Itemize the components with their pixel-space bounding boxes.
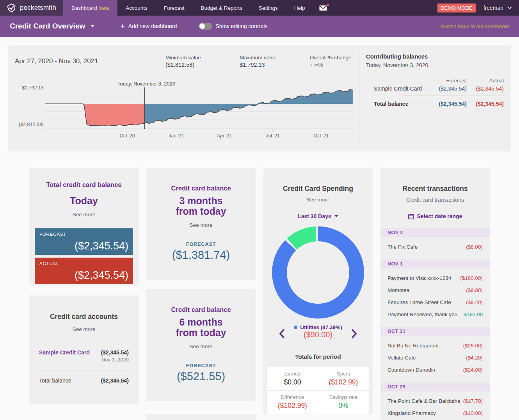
transaction-row[interactable]: Nol Bu Ne Restaurant ($26.00) (380, 340, 490, 352)
transaction-row[interactable]: Velluto Cafe ($4.20) (380, 352, 490, 364)
balance-overview-panel: Apr 27, 2020 - Nov 30, 2021 Minimum valu… (8, 45, 511, 151)
period-dropdown[interactable]: Last 30 Days (298, 213, 338, 219)
contributing-title: Contributing balances (366, 53, 428, 60)
dashboard-toolbar: Credit Card Overview + Add new dashboard… (0, 16, 519, 37)
difference-cell: Difference ($102.99) (267, 391, 318, 414)
transaction-row[interactable]: Payment Received, thank you $160.00 (380, 308, 490, 320)
forecast-box: FORECAST ($2,345.54) (35, 228, 133, 255)
inbox-button[interactable] (313, 0, 333, 16)
dashboard-title-dropdown[interactable]: Credit Card Overview (10, 22, 94, 30)
see-more-link[interactable]: See more (29, 212, 139, 217)
nav-tab-settings[interactable]: Settings (251, 0, 286, 16)
card-period: Today (29, 196, 139, 206)
nav-tab-budget-reports[interactable]: Budget & Reports (192, 0, 251, 16)
balance-chart (45, 87, 353, 132)
card-title: Total credit card balance (29, 181, 139, 189)
totals-title: Totals for period (263, 353, 373, 360)
transaction-row[interactable]: Kingsland Pharmacy ($10.00) (380, 407, 490, 419)
transaction-date-header: NOV 1 (380, 260, 490, 269)
account-balance: ($2,345.54) (101, 349, 129, 356)
transaction-row[interactable]: The Fix Cafe ($8.00) (380, 241, 490, 253)
card-recent-transactions: Recent transactions Credit card transact… (380, 168, 490, 420)
account-balance-date: Nov 3, 2020 (29, 357, 139, 363)
x-tick-label: Oct '21 (309, 133, 333, 139)
toggle-switch-off[interactable] (199, 23, 212, 30)
forecast-label: FORECAST (146, 241, 256, 247)
transaction-row[interactable]: Countdown Dunedin ($24.00) (380, 364, 490, 376)
chevron-right-icon (351, 329, 357, 339)
x-tick-label: Apr '21 (212, 133, 236, 139)
next-category-button[interactable] (351, 329, 357, 340)
see-more-link[interactable]: See more (146, 343, 256, 349)
transaction-date-header: OCT 31 (380, 327, 490, 336)
spending-donut-chart (272, 226, 364, 319)
page-title: Credit Card Overview (10, 22, 85, 30)
forecast-label: FORECAST (146, 363, 256, 368)
transaction-date-header: OCT 29 (380, 383, 490, 392)
card-partially-visible (146, 414, 256, 420)
card-title: Credit Card Spending (263, 185, 373, 193)
editing-controls-toggle[interactable]: Show editing controls (199, 23, 267, 30)
pocketsmith-logo[interactable]: pocketsmith (0, 0, 63, 16)
brand-name: pocketsmith (20, 4, 56, 12)
card-period: 6 months from today (146, 317, 256, 338)
forecast-amount: ($2,345.54) (75, 240, 128, 252)
chevron-down-icon (507, 5, 512, 9)
spent-cell: Spent ($102.99) (318, 367, 369, 391)
x-tick-label: Oct '20 (115, 133, 139, 139)
see-more-link[interactable]: See more (29, 326, 139, 332)
y-axis-min-label: ($2,812.58) (11, 122, 44, 127)
caret-down-icon (334, 215, 338, 217)
transaction-row[interactable]: Momotea ($9.80) (380, 284, 490, 296)
see-more-link[interactable]: See more (263, 197, 373, 203)
stat-minimum-value: Minimum value ($2,812.58) (165, 55, 232, 68)
chart-date-range: Apr 27, 2020 - Nov 30, 2021 (15, 57, 98, 65)
y-axis-max-label: $1,792.13 (11, 85, 44, 91)
nav-tab-dashboard[interactable]: Dashboard beta (63, 0, 117, 16)
x-tick-label: Jul '21 (261, 133, 285, 139)
totals-for-period: Earned $0.00 Spent ($102.99) Difference … (267, 367, 369, 414)
transaction-group: NOV 2 The Fix Cafe ($8.00) (380, 228, 490, 253)
card-title: Recent transactions (380, 185, 490, 193)
switch-old-dashboard-link[interactable]: ← Switch back to old dashboard (434, 23, 510, 29)
total-actual-value: ($2,345.54) (461, 101, 504, 107)
demo-mode-badge: DEMO MODE (437, 4, 476, 12)
user-menu[interactable]: freeman (483, 5, 511, 11)
account-row: Sample Credit Card ($2,345.54) (29, 349, 139, 356)
forecast-amount: ($521.55) (146, 370, 256, 383)
card-credit-card-accounts: Credit card accounts See more Sample Cre… (29, 295, 139, 404)
today-marker-label: Today, November 3, 2020 (115, 81, 178, 87)
previous-category-button[interactable] (279, 329, 285, 340)
account-name: Sample Credit Card (374, 85, 422, 92)
total-balance-label: Total balance (374, 101, 408, 107)
account-link[interactable]: Sample Credit Card (39, 349, 90, 356)
transaction-row[interactable]: Payment to Visa xxxx-1234 ($160.00) (380, 272, 490, 284)
transaction-date-header: NOV 2 (380, 228, 490, 237)
card-total-balance-today: Total credit card balance Today See more… (29, 168, 139, 286)
notification-dot (326, 4, 329, 7)
transaction-row[interactable]: Esquires Lorne Street Cafe ($9.40) (380, 296, 490, 308)
pocketsmith-logo-icon (6, 2, 17, 13)
see-more-link[interactable]: See more (146, 222, 256, 228)
column-header-actual: Actual (461, 78, 504, 84)
chevron-left-icon (279, 329, 285, 339)
transaction-row[interactable]: The Point Cafe & Bar Balclutha ($17.70) (380, 395, 490, 407)
card-balance-3-months: Credit card balance 3 months from today … (146, 168, 256, 280)
nav-tab-accounts[interactable]: Accounts (117, 0, 156, 16)
account-actual-value: ($2,345.54) (461, 85, 504, 92)
contributing-subtitle: Today, November 3, 2020 (366, 62, 428, 68)
calendar-icon (408, 214, 414, 219)
transaction-group: OCT 31 Nol Bu Ne Restaurant ($26.00) Vel… (380, 327, 490, 376)
add-dashboard-button[interactable]: + Add new dashboard (121, 23, 177, 29)
plus-icon: + (121, 23, 125, 29)
select-date-range-button[interactable]: Select date range (408, 213, 462, 219)
total-forecast-value: ($2,345.54) (424, 101, 467, 107)
column-header-forecast: Forecast (424, 78, 467, 84)
legend-label: Utilities (87.39%) (300, 324, 342, 330)
contributing-balances: Contributing balances Today, November 3,… (359, 45, 511, 151)
nav-tab-help[interactable]: Help (286, 0, 313, 16)
card-title: Credit card accounts (29, 313, 139, 321)
forecast-amount: ($1,381.74) (146, 249, 256, 261)
nav-tab-forecast[interactable]: Forecast (156, 0, 193, 16)
savings-rate-cell: Savings rate 0% (318, 391, 369, 414)
